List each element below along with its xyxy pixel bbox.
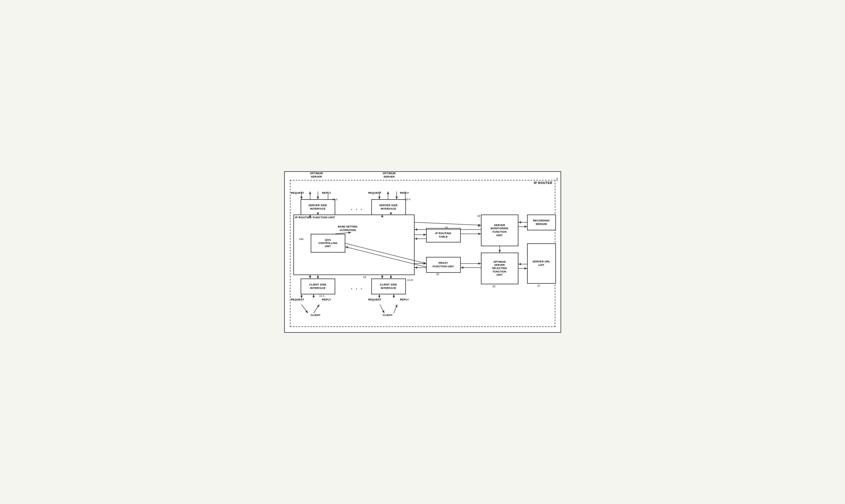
dots-client: . . . (351, 285, 363, 290)
qos-controlling-unit: QOSCONTROLLINGUNIT (311, 234, 345, 253)
request-top-right: REQUEST (368, 192, 382, 194)
reply-bottom-left: REPLY (322, 298, 331, 301)
reply-top-left: REPLY (322, 192, 331, 194)
ref-14: 14 (445, 226, 448, 229)
ref-13a: 13a (299, 238, 303, 240)
server-side-interface-1: SERVER SIDEINTERFACE (301, 199, 335, 215)
optimum-server-label-2: OPTIMUMSERVER (383, 172, 396, 179)
ref-11-m: 11-m (407, 278, 413, 282)
dots-server: . . . (351, 206, 363, 211)
ref-number-1: 1 (556, 177, 558, 181)
request-bottom-left: REQUEST (291, 298, 304, 301)
request-bottom-right: REQUEST (368, 298, 382, 301)
client-side-interface-2: CLIENT SIDEINTERFACE (371, 278, 406, 294)
ref-13: 13 (363, 276, 366, 278)
client-label-1: CLIENT (311, 314, 320, 317)
reply-bottom-right: REPLY (400, 298, 409, 301)
ip-router-label: IP ROUTER (534, 181, 552, 184)
ref-18: 18 (477, 224, 480, 227)
diagram-container: 1 IP ROUTER OPTIMUMSERVER OPTIMUMSERVER … (284, 171, 561, 333)
ref-11-1: 11-1 (319, 294, 324, 297)
recording-medium: RECORDINGMEDIUM (527, 215, 556, 230)
client-label-2: CLIENT (383, 314, 393, 317)
request-top-left: REQUEST (291, 192, 304, 194)
proxy-function-unit: PROXYFUNCTION UNIT (426, 257, 461, 273)
ref-16: 16 (492, 285, 495, 288)
ref-15: 15 (436, 273, 439, 276)
ip-routing-table: IP ROUTINGTABLE (426, 228, 461, 242)
ref-19: 19 (477, 215, 480, 217)
ref-12-1: 12-1 (332, 198, 337, 201)
server-monitoring-function-unit: SERVERMONITORINGFUNCTIONUNIT (481, 215, 518, 246)
ip-routing-unit-label: IP ROUTING FUNCTION UNIT (295, 216, 335, 219)
client-side-interface-1: CLIENT SIDEINTERFACE (301, 278, 335, 294)
ref-12-n: 12-n (405, 198, 410, 201)
reply-top-right: REPLY (400, 192, 409, 194)
server-side-interface-2: SERVER SIDEINTERFACE (371, 199, 406, 215)
optimum-server-label-1: OPTIMUMSERVER (310, 172, 323, 179)
ref-17: 17 (538, 284, 540, 287)
band-setting-alteration: BAND SETTINGALTERATION (338, 225, 358, 232)
server-url-list: SERVER URLLIST (527, 244, 556, 284)
optimum-server-selecting-function-unit: OPTIMUMSERVERSELECTINGFUNCTIONUNIT (481, 253, 518, 284)
